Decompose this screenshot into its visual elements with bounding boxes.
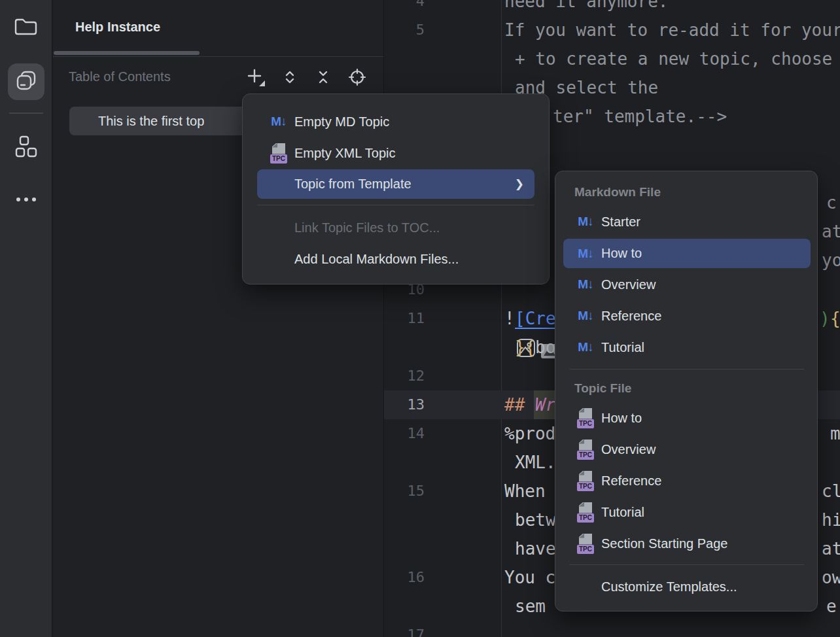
code-text: ) (820, 304, 830, 333)
submenu-item-label: Tutorial (601, 505, 644, 520)
line-number: 17 (384, 621, 425, 637)
code-text: XML. (515, 448, 556, 477)
submenu-item-label: Starter (601, 215, 640, 230)
editor-line[interactable]: 4 need it anymore. (384, 0, 840, 16)
line-number: 12 (384, 362, 425, 390)
locate-button[interactable] (346, 68, 368, 89)
line-number: 14 (384, 419, 425, 448)
code-text: have (515, 534, 556, 563)
markdown-file-icon: M↓ (574, 247, 597, 261)
expand-all-icon (281, 69, 298, 88)
code-text: cl (822, 477, 840, 506)
line-number: 5 (384, 16, 425, 44)
menu-item-label: Empty MD Topic (294, 114, 389, 129)
code-text: When (504, 477, 546, 506)
collapse-all-button[interactable] (312, 68, 334, 89)
code-text: bo (535, 333, 555, 362)
submenu-section-header: Markdown File (574, 181, 661, 204)
toc-item-first-topic[interactable]: This is the first top (69, 107, 247, 135)
code-text: at (822, 534, 840, 563)
submenu-item-tpc-how-to[interactable]: TPC How to (563, 404, 811, 432)
template-submenu: Markdown File M↓ Starter M↓ How to M↓ Ov… (555, 171, 818, 611)
project-tool-button[interactable] (8, 9, 44, 46)
submenu-item-tpc-tutorial[interactable]: TPC Tutorial (563, 498, 811, 526)
submenu-item-tpc-overview[interactable]: TPC Overview (563, 435, 811, 464)
topic-file-icon: TPC (574, 502, 597, 523)
more-dots-icon (14, 194, 38, 206)
menu-item-label: Topic from Template (294, 177, 411, 192)
crosshair-icon (348, 68, 366, 89)
submenu-item-label: Reference (601, 309, 661, 324)
structure-icon (14, 135, 38, 161)
menu-item-label: Empty XML Topic (294, 146, 396, 161)
editor-line[interactable]: 5 If you want to re-add it for your (384, 16, 840, 44)
submenu-item-label: Section Starting Page (601, 536, 727, 551)
ide-window: Help Instance Table of Contents (0, 0, 840, 637)
add-topic-button[interactable] (245, 68, 267, 89)
panel-scroll-thumb[interactable] (54, 51, 200, 55)
more-tools-button[interactable] (8, 182, 44, 218)
add-topic-menu: M↓ Empty MD Topic TPC Empty XML Topic To… (242, 94, 550, 284)
code-text: need it anymore. (504, 0, 668, 16)
menu-item-empty-md-topic[interactable]: M↓ Empty MD Topic (257, 107, 534, 136)
menu-separator (257, 205, 534, 205)
code-text: e (826, 592, 837, 621)
submenu-item-label: Tutorial (601, 340, 644, 355)
menu-item-empty-xml-topic[interactable]: TPC Empty XML Topic (257, 139, 534, 167)
heading-text: Wr (534, 390, 557, 419)
line-number: 13 (384, 390, 425, 419)
copy-pages-icon (14, 69, 38, 95)
line-number: 11 (384, 304, 425, 333)
submenu-item-tpc-reference[interactable]: TPC Reference (563, 466, 811, 495)
heading-hash-text: ## (504, 390, 525, 419)
code-text: betw (515, 506, 556, 534)
markdown-link-text[interactable]: [Cre (515, 304, 556, 333)
code-text: ! (504, 304, 515, 333)
code-text: at (822, 217, 840, 246)
code-text: ter" template.--> (553, 102, 727, 131)
panel-title: Help Instance (75, 20, 160, 35)
submenu-item-tpc-section-starting-page[interactable]: TPC Section Starting Page (563, 529, 811, 558)
menu-item-topic-from-template[interactable]: Topic from Template ❯ (257, 169, 534, 199)
panel-separator (53, 56, 383, 57)
submenu-item-md-tutorial[interactable]: M↓ Tutorial (563, 333, 811, 362)
code-text: }{ (515, 333, 535, 362)
plus-dropdown-icon (246, 67, 266, 90)
code-text: m (830, 419, 840, 448)
code-text: ow (822, 563, 840, 592)
topic-file-icon: TPC (574, 439, 597, 460)
menu-item-link-topic-files: Link Topic Files to TOC... (257, 213, 534, 242)
structure-tool-button[interactable] (8, 129, 44, 166)
toc-tool-button[interactable] (8, 63, 44, 100)
editor-line[interactable]: 17 (384, 621, 840, 637)
code-text: { (830, 304, 840, 333)
submenu-item-md-overview[interactable]: M↓ Overview (563, 270, 811, 299)
markdown-file-icon: M↓ (574, 340, 597, 354)
submenu-item-customize-templates[interactable]: Customize Templates... (563, 572, 811, 601)
line-number: 16 (384, 563, 425, 592)
menu-item-add-local-markdown[interactable]: Add Local Markdown Files... (257, 245, 534, 273)
code-text: %prod (504, 419, 555, 448)
menu-item-label: Link Topic Files to TOC... (294, 220, 440, 235)
topic-file-icon: TPC (574, 534, 597, 554)
submenu-item-md-starter[interactable]: M↓ Starter (563, 207, 811, 236)
line-number: 15 (384, 477, 425, 506)
expand-all-button[interactable] (279, 68, 301, 89)
submenu-item-md-reference[interactable]: M↓ Reference (563, 301, 811, 330)
submenu-section-header: Topic File (574, 377, 631, 400)
submenu-item-label: How to (601, 411, 642, 426)
markdown-file-icon: M↓ (574, 215, 597, 229)
topic-file-icon: TPC (574, 408, 597, 428)
code-text: + to create a new topic, choose (515, 44, 832, 73)
menu-separator (570, 564, 804, 565)
code-text: yo (822, 246, 840, 275)
code-text: c (826, 188, 837, 217)
markdown-file-icon: M↓ (268, 114, 290, 129)
toc-item-label: This is the first top (98, 114, 204, 129)
stripe-divider (9, 112, 43, 114)
code-text: hi (822, 506, 840, 534)
tool-window-stripe (0, 0, 52, 637)
submenu-item-md-how-to[interactable]: M↓ How to (563, 239, 811, 268)
editor-line[interactable]: + to create a new topic, choose (384, 44, 840, 73)
markdown-file-icon: M↓ (574, 309, 597, 323)
